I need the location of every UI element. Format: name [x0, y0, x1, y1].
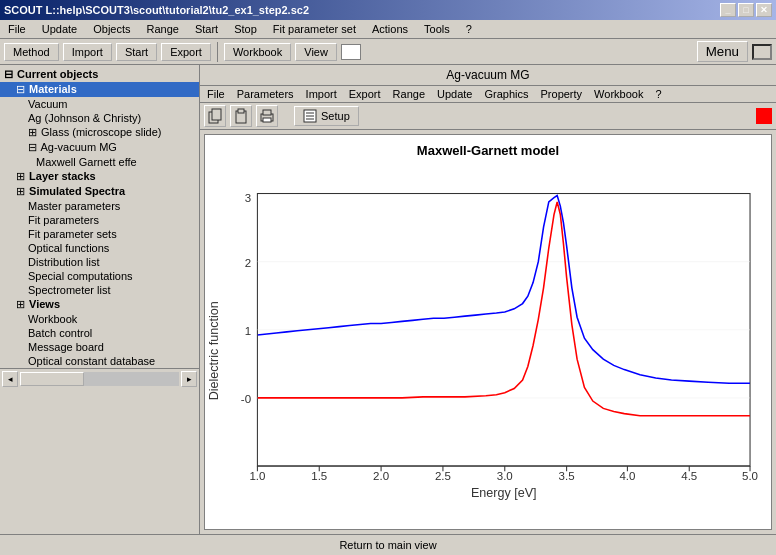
- top-toolbar: Method Import Start Export Workbook View…: [0, 39, 776, 65]
- inner-menu: File Parameters Import Export Range Upda…: [200, 86, 776, 103]
- tool-paste-button[interactable]: [230, 105, 252, 127]
- inner-menu-file[interactable]: File: [204, 87, 228, 101]
- menu-fit-parameter-set[interactable]: Fit parameter set: [269, 22, 360, 36]
- tree-message-board[interactable]: Message board: [0, 340, 199, 354]
- bottom-bar: Return to main view: [0, 534, 776, 554]
- tree-maxwell-garnett[interactable]: Maxwell Garnett effe: [0, 155, 199, 169]
- left-panel: ⊟ Current objects ⊟ Materials Vacuum Ag …: [0, 65, 200, 534]
- minus-icon2: ⊟: [16, 83, 26, 96]
- svg-rect-6: [263, 118, 271, 122]
- tree-workbook[interactable]: Workbook: [0, 312, 199, 326]
- svg-text:Dielectric function: Dielectric function: [207, 301, 221, 400]
- inner-menu-help[interactable]: ?: [652, 87, 664, 101]
- menu-update[interactable]: Update: [38, 22, 81, 36]
- tree-special-computations[interactable]: Special computations: [0, 269, 199, 283]
- svg-text:3: 3: [245, 192, 251, 204]
- minimize-button[interactable]: _: [720, 3, 736, 17]
- menu-file[interactable]: File: [4, 22, 30, 36]
- menu-right: Menu: [697, 41, 772, 62]
- inner-title: Ag-vacuum MG: [200, 65, 776, 86]
- tool-copy-button[interactable]: [204, 105, 226, 127]
- svg-text:3.0: 3.0: [497, 470, 513, 482]
- right-panel: Ag-vacuum MG File Parameters Import Expo…: [200, 65, 776, 534]
- chart-svg: Dielectric function -0 1 2 3: [205, 162, 771, 529]
- inner-menu-import[interactable]: Import: [303, 87, 340, 101]
- title-text: SCOUT L::help\SCOUT3\scout\tutorial2\tu2…: [4, 4, 309, 16]
- status-text: Return to main view: [339, 539, 436, 551]
- svg-text:2: 2: [245, 257, 251, 269]
- export-button[interactable]: Export: [161, 43, 211, 61]
- window-controls[interactable]: _ □ ✕: [720, 3, 772, 17]
- svg-rect-3: [238, 109, 244, 113]
- tree-ag-vacuum[interactable]: ⊟ Ag-vacuum MG: [0, 140, 199, 155]
- maximize-button[interactable]: □: [738, 3, 754, 17]
- close-button[interactable]: ✕: [756, 3, 772, 17]
- main-layout: ⊟ Current objects ⊟ Materials Vacuum Ag …: [0, 65, 776, 534]
- tree-distribution-list[interactable]: Distribution list: [0, 255, 199, 269]
- method-button[interactable]: Method: [4, 43, 59, 61]
- svg-text:1: 1: [245, 325, 251, 337]
- tree-optical-constant-db[interactable]: Optical constant database: [0, 354, 199, 368]
- view-toggle[interactable]: [752, 44, 772, 60]
- tree-vacuum[interactable]: Vacuum: [0, 97, 199, 111]
- svg-rect-1: [212, 109, 221, 120]
- menu-objects[interactable]: Objects: [89, 22, 134, 36]
- inner-menu-parameters[interactable]: Parameters: [234, 87, 297, 101]
- tree-glass[interactable]: ⊞ Glass (microscope slide): [0, 125, 199, 140]
- separator: [217, 42, 218, 62]
- tree-spectrometer-list[interactable]: Spectrometer list: [0, 283, 199, 297]
- menu-start[interactable]: Start: [191, 22, 222, 36]
- inner-menu-update[interactable]: Update: [434, 87, 475, 101]
- inner-menu-export[interactable]: Export: [346, 87, 384, 101]
- view-icon[interactable]: [341, 44, 361, 60]
- tree-fit-parameters[interactable]: Fit parameters: [0, 213, 199, 227]
- inner-menu-property[interactable]: Property: [538, 87, 586, 101]
- plus-icon: ⊞: [28, 126, 38, 139]
- menu-actions[interactable]: Actions: [368, 22, 412, 36]
- menu-tools[interactable]: Tools: [420, 22, 454, 36]
- inner-menu-workbook[interactable]: Workbook: [591, 87, 646, 101]
- svg-text:1.5: 1.5: [311, 470, 327, 482]
- menu-stop[interactable]: Stop: [230, 22, 261, 36]
- menu-help[interactable]: ?: [462, 22, 476, 36]
- inner-menu-graphics[interactable]: Graphics: [481, 87, 531, 101]
- scroll-right-button[interactable]: ▸: [181, 371, 197, 387]
- workbook-button[interactable]: Workbook: [224, 43, 291, 61]
- plus-icon4: ⊞: [16, 298, 26, 311]
- svg-text:4.0: 4.0: [619, 470, 635, 482]
- scroll-left-button[interactable]: ◂: [2, 371, 18, 387]
- title-bar: SCOUT L::help\SCOUT3\scout\tutorial2\tu2…: [0, 0, 776, 20]
- tree-ag[interactable]: Ag (Johnson & Christy): [0, 111, 199, 125]
- inner-toolbar: Setup: [200, 103, 776, 130]
- svg-text:-0: -0: [241, 393, 251, 405]
- minus-icon3: ⊟: [28, 141, 38, 154]
- minus-icon: ⊟: [4, 68, 14, 81]
- tool-print-button[interactable]: [256, 105, 278, 127]
- setup-button[interactable]: Setup: [294, 106, 359, 126]
- svg-text:2.5: 2.5: [435, 470, 451, 482]
- tree-fit-parameter-sets[interactable]: Fit parameter sets: [0, 227, 199, 241]
- svg-text:4.5: 4.5: [681, 470, 697, 482]
- menu-range[interactable]: Range: [143, 22, 183, 36]
- tree-optical-functions[interactable]: Optical functions: [0, 241, 199, 255]
- plus-icon3: ⊞: [16, 185, 26, 198]
- tree-master-parameters[interactable]: Master parameters: [0, 199, 199, 213]
- import-button[interactable]: Import: [63, 43, 112, 61]
- tree-batch-control[interactable]: Batch control: [0, 326, 199, 340]
- svg-text:1.0: 1.0: [249, 470, 265, 482]
- start-button[interactable]: Start: [116, 43, 157, 61]
- view-button[interactable]: View: [295, 43, 337, 61]
- menu-button[interactable]: Menu: [697, 41, 748, 62]
- tree-simulated-spectra[interactable]: ⊞ Simulated Spectra: [0, 184, 199, 199]
- menu-bar: File Update Objects Range Start Stop Fit…: [0, 20, 776, 39]
- tree-layer-stacks[interactable]: ⊞ Layer stacks: [0, 169, 199, 184]
- chart-container: Dielectric function -0 1 2 3: [205, 162, 771, 529]
- scroll-thumb[interactable]: [20, 372, 84, 386]
- scroll-track[interactable]: [20, 372, 179, 386]
- plus-icon2: ⊞: [16, 170, 26, 183]
- inner-menu-range[interactable]: Range: [390, 87, 428, 101]
- scrollbar[interactable]: ◂ ▸: [0, 368, 199, 388]
- tree-current-objects[interactable]: ⊟ Current objects: [0, 67, 199, 82]
- tree-materials[interactable]: ⊟ Materials: [0, 82, 199, 97]
- tree-views[interactable]: ⊞ Views: [0, 297, 199, 312]
